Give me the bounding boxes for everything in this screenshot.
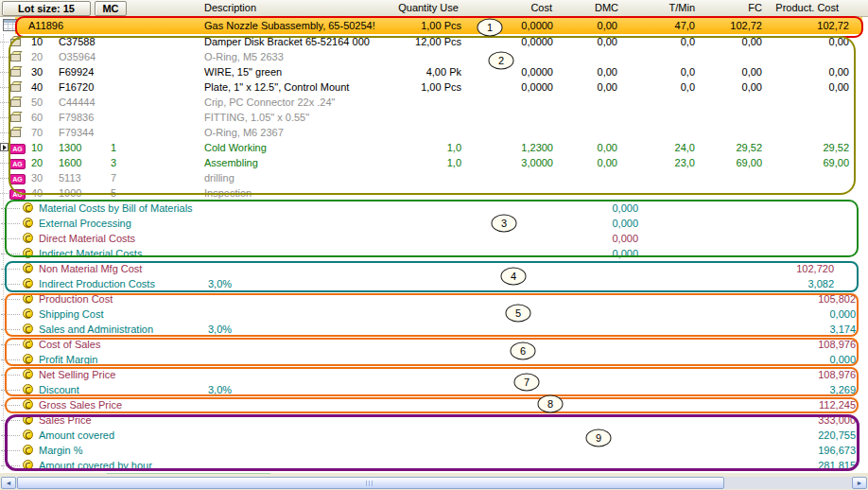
column-header-fc[interactable]: FC bbox=[697, 0, 764, 16]
column-header-description[interactable]: Description bbox=[204, 0, 393, 16]
operation-icon: AG bbox=[9, 159, 26, 169]
cell-cost: 0,0000 bbox=[463, 34, 555, 49]
cell-pc bbox=[764, 170, 851, 185]
summary-value: 0,000 bbox=[829, 306, 856, 322]
tree-cell bbox=[0, 261, 23, 276]
tree-cell bbox=[0, 246, 23, 261]
operation-row[interactable]: AG3051137drilling bbox=[0, 170, 868, 185]
summary-row-gross-sales-price[interactable]: Gross Sales Price112,245 bbox=[0, 397, 868, 412]
cell-qty bbox=[393, 125, 463, 140]
operation-row[interactable]: AG1013001Cold Working1,01,23000,0024,029… bbox=[0, 140, 868, 155]
summary-row-material-costs[interactable]: Indirect Material Costs0,000 bbox=[0, 246, 868, 261]
bom-row[interactable]: 10C37588Damper Disk Bracket 65-52164 000… bbox=[0, 34, 868, 49]
summary-row-net-selling-price[interactable]: Net Selling Price108,976 bbox=[0, 367, 868, 382]
summary-row-sales-price[interactable]: Sales Price333,000 bbox=[0, 412, 868, 428]
column-header-cost[interactable]: Cost bbox=[463, 0, 555, 16]
summary-row-net-selling-price[interactable]: Discount3,0%3,269 bbox=[0, 382, 868, 397]
row-icon-cell: AG bbox=[9, 155, 28, 170]
cell-dmc: 0,00 bbox=[555, 64, 619, 79]
bom-row[interactable]: 20O35964O-Ring, M5 2633 bbox=[0, 49, 868, 64]
summary-label: Discount bbox=[37, 382, 79, 397]
bom-row[interactable]: 50C44444Crip, PC Connector 22x .24" bbox=[0, 95, 868, 110]
cell-dmc: 0,00 bbox=[555, 155, 619, 170]
column-header-quantity-use[interactable]: Quantity Use bbox=[393, 0, 463, 16]
summary-label: Amount covered bbox=[37, 428, 114, 443]
summary-value: 102,720 bbox=[796, 261, 834, 276]
cell-dmc: 0,00 bbox=[555, 34, 619, 49]
cell-position: 50 bbox=[28, 95, 53, 110]
summary-label: Cost of Sales bbox=[37, 337, 100, 352]
cell-tmin: 0,0 bbox=[619, 34, 697, 49]
mc-button[interactable]: MC bbox=[95, 1, 127, 16]
tree-cell bbox=[0, 110, 9, 125]
cell-workcenter: 5 bbox=[110, 185, 204, 201]
cell-fc bbox=[697, 170, 764, 185]
cell-position: 40 bbox=[28, 185, 53, 201]
column-header-dmc[interactable]: DMC bbox=[555, 0, 619, 16]
cell-fc: 29,52 bbox=[697, 140, 764, 155]
expand-button[interactable] bbox=[0, 143, 9, 151]
root-assembly-row[interactable]: A11896Gas Nozzle Subassembly, 65-50254!1… bbox=[0, 17, 868, 34]
grid-body: A11896Gas Nozzle Subassembly, 65-50254!1… bbox=[0, 17, 868, 473]
operation-row[interactable]: AG4019005Inspection bbox=[0, 185, 868, 201]
summary-label: Non Material Mfg Cost bbox=[37, 261, 142, 276]
cell-position: 30 bbox=[28, 170, 53, 185]
tree-leader bbox=[1, 299, 20, 300]
summary-icon-cell bbox=[23, 291, 37, 306]
summary-row-material-costs[interactable]: Material Costs by Bill of Materials0,000 bbox=[0, 201, 868, 216]
horizontal-scrollbar[interactable]: ◄ ► bbox=[0, 477, 868, 489]
tree-cell bbox=[0, 412, 23, 428]
summary-icon-cell bbox=[23, 458, 37, 473]
summary-row-production-cost[interactable]: Production Cost105,802 bbox=[0, 291, 868, 306]
bom-row[interactable]: 70F79344O-Ring, M6 2367 bbox=[0, 125, 868, 140]
summary-row-production-cost[interactable]: Sales and Administration3,0%3,174 bbox=[0, 322, 868, 337]
cell-description: O-Ring, M6 2367 bbox=[204, 125, 393, 140]
operation-row[interactable]: AG2016003Assembling1,03,00000,0023,069,0… bbox=[0, 155, 868, 170]
scroll-right-button[interactable]: ► bbox=[852, 477, 867, 489]
summary-value: 0,000 bbox=[612, 216, 638, 231]
tree-leader bbox=[1, 238, 20, 239]
cell-workcenter bbox=[110, 49, 204, 64]
cost-item-icon bbox=[23, 369, 33, 379]
cell-qty: 1,00 Pcs bbox=[393, 79, 463, 95]
cell-fc: 69,00 bbox=[697, 155, 764, 170]
column-header-tmin[interactable]: T/Min bbox=[619, 0, 697, 16]
cell-item-number: O35964 bbox=[53, 49, 110, 64]
cell-workcenter bbox=[110, 125, 204, 140]
summary-row-production-cost[interactable]: Shipping Cost0,000 bbox=[0, 306, 868, 322]
summary-icon-cell bbox=[23, 443, 37, 458]
cell-qty bbox=[393, 170, 463, 185]
root-item-number: A11896 bbox=[28, 17, 204, 34]
cell-description: Crip, PC Connector 22x .24" bbox=[204, 95, 393, 110]
scroll-left-button[interactable]: ◄ bbox=[1, 477, 16, 489]
cell-description: O-Ring, M5 2633 bbox=[204, 49, 393, 64]
row-icon-cell bbox=[9, 125, 28, 140]
summary-row-cost-of-sales[interactable]: Profit Margin0,000 bbox=[0, 352, 868, 367]
summary-row-sales-price[interactable]: Amount covered by hour281,815 bbox=[0, 458, 868, 473]
summary-row-non-material-mfg[interactable]: Indirect Production Costs3,0%3,082 bbox=[0, 276, 868, 291]
summary-row-cost-of-sales[interactable]: Cost of Sales108,976 bbox=[0, 337, 868, 352]
cell-dmc bbox=[555, 49, 619, 64]
summary-row-non-material-mfg[interactable]: Non Material Mfg Cost102,720 bbox=[0, 261, 868, 276]
tree-leader bbox=[1, 208, 20, 209]
assembly-sheet-icon bbox=[3, 19, 17, 31]
scrollbar-thumb[interactable] bbox=[17, 477, 724, 489]
column-header-product-cost[interactable]: Product. Cost bbox=[764, 0, 851, 16]
bom-row[interactable]: 30F69924WIRE, 15" green4,00 Pk0,00000,00… bbox=[0, 64, 868, 79]
lot-size-button[interactable]: Lot size: 15 bbox=[2, 1, 91, 16]
row-filler bbox=[851, 110, 868, 125]
right-arrow-icon: ► bbox=[857, 480, 863, 486]
cell-position: 10 bbox=[28, 34, 53, 49]
cell-position: 20 bbox=[28, 155, 53, 170]
bom-row[interactable]: 40F16720Plate, 1" x 12.5", Control Mount… bbox=[0, 79, 868, 95]
summary-row-material-costs[interactable]: External Processing0,000 bbox=[0, 216, 868, 231]
cell-fc bbox=[697, 185, 764, 201]
summary-row-material-costs[interactable]: Direct Material Costs0,000 bbox=[0, 231, 868, 246]
cell-cost bbox=[463, 170, 555, 185]
cell-pc bbox=[764, 95, 851, 110]
summary-row-sales-price[interactable]: Margin %196,673 bbox=[0, 443, 868, 458]
bom-row[interactable]: 60F79836FITTING, 1.05" x 0.55" bbox=[0, 110, 868, 125]
cell-position: 70 bbox=[28, 125, 53, 140]
summary-row-sales-price[interactable]: Amount covered220,755 bbox=[0, 428, 868, 443]
cell-dmc bbox=[555, 185, 619, 201]
